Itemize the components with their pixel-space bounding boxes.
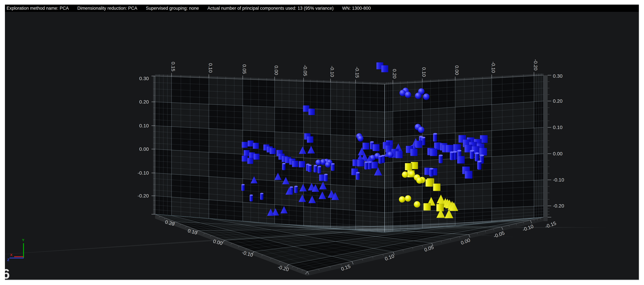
data-point[interactable] <box>416 177 423 184</box>
data-point[interactable] <box>477 161 482 170</box>
data-point[interactable] <box>253 143 259 149</box>
axis-tick-label: -0.20 <box>138 193 149 198</box>
data-point[interactable] <box>430 168 433 176</box>
data-point[interactable] <box>470 150 474 159</box>
screenshot-page: Exploration method name: PCA Dimensional… <box>0 0 644 285</box>
data-point[interactable] <box>307 136 313 143</box>
data-point[interactable] <box>430 149 438 156</box>
triad-axis-label: X <box>10 253 12 257</box>
data-point[interactable] <box>405 195 411 202</box>
data-point[interactable] <box>387 152 393 158</box>
data-point[interactable] <box>318 166 321 173</box>
axis-tick-label: -0.10 <box>491 62 496 73</box>
data-point[interactable] <box>325 162 331 167</box>
data-point[interactable] <box>446 145 453 152</box>
data-point[interactable] <box>260 193 264 200</box>
data-point[interactable] <box>436 204 444 211</box>
data-point[interactable] <box>248 141 254 146</box>
data-point[interactable] <box>450 151 454 160</box>
data-point[interactable] <box>410 149 418 156</box>
data-point[interactable] <box>423 94 430 100</box>
axis-tick-label: 0.00 <box>553 151 562 156</box>
data-point[interactable] <box>415 141 422 148</box>
data-point[interactable] <box>381 65 388 72</box>
data-point[interactable] <box>250 194 253 201</box>
data-point[interactable] <box>242 142 248 148</box>
axis-tick-label: 0.20 <box>139 99 149 105</box>
plot3d-window: Exploration method name: PCA Dimensional… <box>5 5 639 280</box>
data-point[interactable] <box>282 163 286 170</box>
data-point[interactable] <box>294 186 298 193</box>
axis-tick-label: -0.10 <box>553 177 564 182</box>
triad-axis-label: Y <box>22 238 24 242</box>
status-bar: Exploration method name: PCA Dimensional… <box>5 5 639 12</box>
axis-tick-label: 0.10 <box>421 67 427 77</box>
data-point[interactable] <box>465 171 472 179</box>
data-point[interactable] <box>316 160 321 165</box>
data-point[interactable] <box>292 161 298 167</box>
data-point[interactable] <box>400 90 406 96</box>
data-point[interactable] <box>414 201 420 208</box>
status-exploration-method: Exploration method name: PCA <box>6 6 69 11</box>
data-point[interactable] <box>308 165 312 172</box>
axis-tick-label: 0.00 <box>454 65 460 75</box>
data-point[interactable] <box>457 156 465 164</box>
data-point[interactable] <box>373 144 380 151</box>
axis-tick-label: -0.15 <box>544 220 557 229</box>
data-point[interactable] <box>362 143 369 150</box>
data-point[interactable] <box>324 174 328 181</box>
axis-tick-label: 0.00 <box>274 66 279 75</box>
axis-tick-label: -0.20 <box>533 59 538 70</box>
data-point[interactable] <box>270 148 276 154</box>
axis-tick-label: 0.05 <box>242 64 247 74</box>
data-point[interactable] <box>433 133 437 142</box>
plot3d-canvas[interactable]: 0.300.200.100.00-0.10-0.200.300.200.100.… <box>5 12 639 280</box>
axis-tick-label: 0.10 <box>208 63 213 73</box>
axis-tick-label: 0.20 <box>392 69 397 79</box>
data-point[interactable] <box>358 136 364 142</box>
data-point[interactable] <box>254 154 260 160</box>
status-dimensionality-reduction: Dimensionality reduction: PCA <box>77 6 137 11</box>
axis-tick-label: 0.00 <box>139 146 149 152</box>
data-point[interactable] <box>356 172 360 180</box>
data-point[interactable] <box>424 203 431 210</box>
data-point[interactable] <box>475 152 479 161</box>
data-point[interactable] <box>244 150 250 156</box>
data-point[interactable] <box>426 179 433 187</box>
data-point[interactable] <box>331 163 335 171</box>
data-point[interactable] <box>364 161 368 169</box>
status-principal-components: Actual number of principal components us… <box>208 6 334 11</box>
data-point[interactable] <box>242 184 245 191</box>
data-point[interactable] <box>409 171 415 177</box>
data-point[interactable] <box>405 163 412 170</box>
data-point[interactable] <box>396 151 402 158</box>
axis-tick-label: 0.30 <box>553 73 562 79</box>
data-point[interactable] <box>371 162 378 168</box>
axis-tick-label: 0.15 <box>170 62 176 71</box>
triad-axis-label: Z <box>7 258 9 262</box>
data-point[interactable] <box>399 196 405 203</box>
data-point[interactable] <box>405 92 411 98</box>
data-point[interactable] <box>402 171 408 178</box>
orientation-triad-icon: YXZ <box>7 238 24 262</box>
axis-tick-label: 0.10 <box>139 123 149 128</box>
data-point[interactable] <box>299 161 305 167</box>
data-point[interactable] <box>418 127 424 133</box>
data-point[interactable] <box>378 155 382 164</box>
data-point[interactable] <box>433 184 440 191</box>
axis-tick-label: -0.05 <box>302 65 308 76</box>
data-point[interactable] <box>479 148 487 155</box>
axis-tick-label: 0.20 <box>553 98 562 104</box>
status-supervised-grouping: Supervised grouping: none <box>146 6 199 11</box>
axis-tick-label: 0.30 <box>139 76 149 81</box>
data-point[interactable] <box>357 160 364 166</box>
data-point[interactable] <box>247 158 253 164</box>
data-point[interactable] <box>242 156 248 162</box>
axis-tick-label: -0.10 <box>330 66 335 77</box>
data-point[interactable] <box>368 161 372 169</box>
data-point[interactable] <box>415 93 422 99</box>
data-point[interactable] <box>314 165 317 172</box>
data-point[interactable] <box>439 155 443 163</box>
axis-tick-label: 0.10 <box>553 125 562 130</box>
data-point[interactable] <box>308 109 315 115</box>
